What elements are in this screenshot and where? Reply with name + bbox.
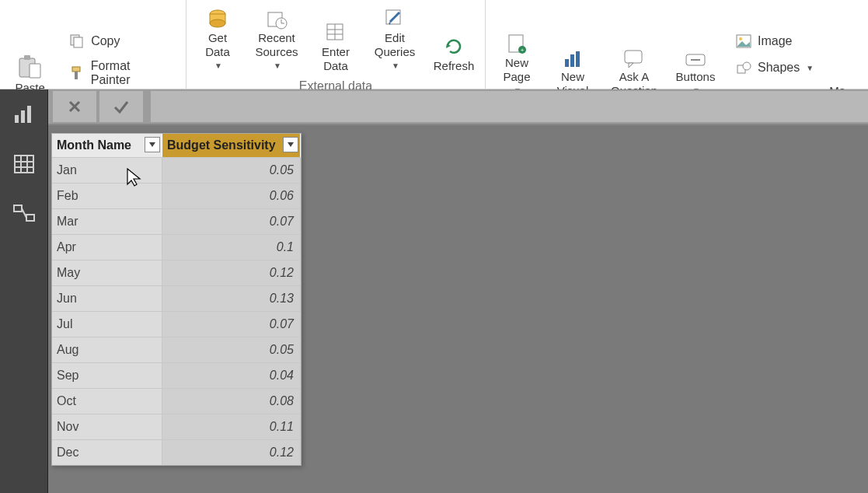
formula-cancel-button[interactable] — [53, 91, 96, 122]
svg-rect-38 — [27, 106, 31, 123]
cell-month[interactable]: Jul — [52, 311, 162, 337]
chevron-down-icon — [148, 141, 156, 149]
svg-rect-37 — [21, 110, 25, 123]
recent-sources-icon — [266, 2, 288, 30]
svg-rect-6 — [75, 72, 78, 79]
new-page-button[interactable]: + NewPage▼ — [489, 0, 545, 101]
svg-rect-4 — [74, 37, 82, 47]
recent-sources-label: RecentSources — [255, 31, 298, 59]
new-visual-icon — [562, 40, 584, 68]
svg-point-9 — [210, 19, 225, 27]
data-view-button[interactable] — [0, 139, 47, 189]
manage-button[interactable]: Ma — [824, 0, 856, 101]
cell-budget-sensitivity[interactable]: 0.05 — [162, 157, 301, 183]
new-page-label: NewPage — [503, 56, 530, 84]
buttons-icon — [685, 40, 706, 68]
cell-month[interactable]: Apr — [52, 234, 162, 260]
ribbon-group-clipboard: Paste▼ Cut Copy Format Painter Clipb — [0, 0, 186, 89]
cell-budget-sensitivity[interactable]: 0.05 — [162, 337, 301, 362]
column-filter-month[interactable] — [145, 137, 160, 152]
refresh-button[interactable]: Refresh — [426, 0, 482, 76]
ask-question-button[interactable]: Ask AQuestion — [601, 0, 668, 101]
cell-budget-sensitivity[interactable]: 0.06 — [162, 183, 301, 208]
enter-data-icon — [325, 16, 347, 44]
cell-month[interactable]: Dec — [52, 439, 162, 465]
svg-line-46 — [22, 208, 26, 218]
table-row[interactable]: Nov0.11 — [52, 414, 301, 439]
cell-budget-sensitivity[interactable]: 0.12 — [162, 260, 301, 285]
svg-rect-39 — [15, 156, 33, 173]
format-painter-button[interactable]: Format Painter — [64, 54, 175, 92]
cell-budget-sensitivity[interactable]: 0.08 — [162, 388, 301, 414]
view-sidebar — [0, 89, 48, 493]
paste-icon — [17, 51, 44, 79]
table-row[interactable]: Jan0.05 — [52, 157, 301, 183]
format-painter-icon — [68, 65, 86, 82]
cell-month[interactable]: Feb — [52, 183, 162, 208]
svg-rect-1 — [24, 55, 30, 60]
table-row[interactable]: Aug0.05 — [52, 337, 301, 362]
svg-point-33 — [739, 37, 742, 40]
cell-budget-sensitivity[interactable]: 0.07 — [162, 208, 301, 234]
ask-question-icon — [622, 40, 646, 68]
table-row[interactable]: Jun0.13 — [52, 285, 301, 311]
enter-data-label: EnterData — [322, 45, 350, 73]
cell-month[interactable]: Aug — [52, 337, 162, 362]
copy-button[interactable]: Copy — [64, 28, 175, 54]
column-header-month[interactable]: Month Name — [52, 134, 162, 157]
data-view-icon — [13, 154, 35, 174]
cell-budget-sensitivity[interactable]: 0.12 — [162, 439, 301, 465]
svg-rect-28 — [625, 51, 642, 63]
table-row[interactable]: Sep0.04 — [52, 362, 301, 388]
cell-month[interactable]: Oct — [52, 388, 162, 414]
get-data-button[interactable]: GetData▼ — [190, 0, 246, 76]
enter-data-button[interactable]: EnterData — [308, 0, 364, 76]
buttons-label: Buttons — [676, 70, 716, 84]
cell-budget-sensitivity[interactable]: 0.11 — [162, 414, 301, 439]
edit-queries-button[interactable]: EditQueries▼ — [364, 0, 426, 76]
table-row[interactable]: May0.12 — [52, 260, 301, 285]
cell-budget-sensitivity[interactable]: 0.1 — [162, 234, 301, 260]
column-filter-budget[interactable] — [283, 137, 298, 152]
cell-budget-sensitivity[interactable]: 0.04 — [162, 362, 301, 388]
shapes-button[interactable]: Shapes▼ — [731, 54, 817, 81]
cell-month[interactable]: Jan — [52, 157, 162, 183]
edit-queries-label: EditQueries — [375, 31, 416, 59]
cell-budget-sensitivity[interactable]: 0.07 — [162, 311, 301, 337]
ribbon: Paste▼ Cut Copy Format Painter Clipb — [0, 0, 868, 89]
model-view-button[interactable] — [0, 189, 47, 239]
cell-month[interactable]: Nov — [52, 414, 162, 439]
recent-sources-button[interactable]: RecentSources▼ — [246, 0, 308, 76]
svg-rect-25 — [565, 59, 569, 67]
svg-text:+: + — [521, 47, 525, 54]
image-button[interactable]: Image — [731, 28, 817, 54]
edit-queries-icon — [384, 2, 406, 30]
new-page-icon: + — [507, 26, 527, 54]
table-row[interactable]: Apr0.1 — [52, 234, 301, 260]
check-icon — [113, 99, 130, 114]
formula-commit-button[interactable] — [99, 91, 143, 122]
svg-rect-27 — [576, 51, 580, 67]
model-view-icon — [12, 204, 36, 224]
cell-month[interactable]: Jun — [52, 285, 162, 311]
table-row[interactable]: Feb0.06 — [52, 183, 301, 208]
chevron-down-icon — [287, 141, 295, 149]
cell-month[interactable]: May — [52, 260, 162, 285]
table-row[interactable]: Jul0.07 — [52, 311, 301, 337]
shapes-icon — [734, 59, 753, 76]
column-header-budget-sensitivity[interactable]: Budget Sensitivity — [162, 134, 301, 157]
ribbon-group-insert: + NewPage▼ NewVisual Ask AQuestion Butto… — [486, 0, 868, 89]
cell-month[interactable]: Sep — [52, 362, 162, 388]
report-view-button[interactable] — [0, 89, 47, 139]
cell-budget-sensitivity[interactable]: 0.13 — [162, 285, 301, 311]
image-label: Image — [758, 34, 792, 48]
formula-input[interactable] — [151, 91, 868, 122]
table-row[interactable]: Dec0.12 — [52, 439, 301, 465]
new-visual-button[interactable]: NewVisual — [545, 0, 601, 101]
buttons-button[interactable]: Buttons▼ — [668, 0, 723, 101]
cell-month[interactable]: Mar — [52, 208, 162, 234]
svg-rect-26 — [570, 54, 574, 67]
svg-marker-49 — [149, 142, 155, 147]
table-row[interactable]: Mar0.07 — [52, 208, 301, 234]
table-row[interactable]: Oct0.08 — [52, 388, 301, 414]
